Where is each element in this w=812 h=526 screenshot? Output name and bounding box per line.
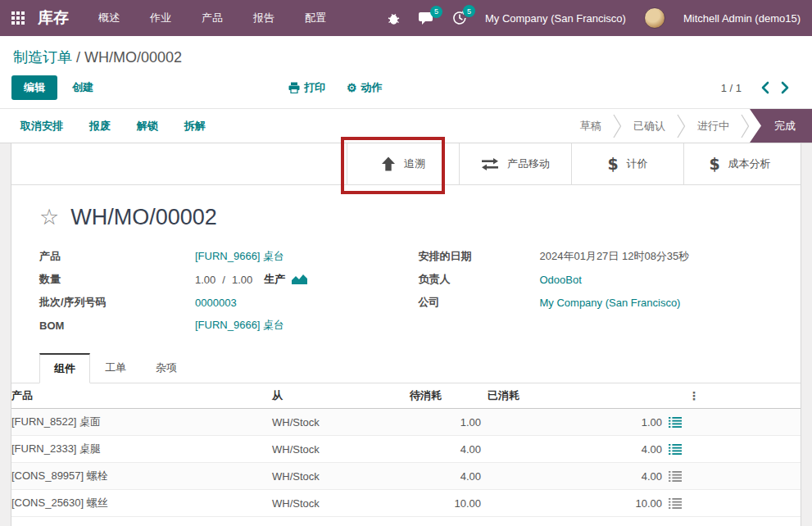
statusbar-action-button[interactable]: 解锁 xyxy=(137,119,158,134)
statusbar-action-button[interactable]: 取消安排 xyxy=(20,119,63,134)
status-stage[interactable]: 完成 xyxy=(750,109,812,143)
cell-product[interactable]: [CONS_25630] 螺丝 xyxy=(11,490,272,517)
cell-consumed[interactable]: 4.00 xyxy=(642,443,662,456)
messages-icon[interactable]: 5 xyxy=(419,11,434,25)
pager-next-icon[interactable] xyxy=(781,81,789,94)
company-switcher[interactable]: My Company (San Francisco) xyxy=(485,12,626,25)
control-panel: 制造订单 / WH/MO/00002 编辑 创建 打印 ⚙ 动作 1 / 1 xyxy=(0,36,812,109)
notebook-tab[interactable]: 组件 xyxy=(39,353,90,383)
statusbar-action-button[interactable]: 报废 xyxy=(89,119,111,134)
breadcrumb-parent[interactable]: 制造订单 xyxy=(13,49,72,66)
print-button[interactable]: 打印 xyxy=(288,80,325,95)
cell-to-consume[interactable]: 1.00 xyxy=(410,409,488,436)
top-navbar: 库存 概述 作业 产品 报告 配置 5 5 My Company (San Fr… xyxy=(0,0,812,36)
menu-item[interactable]: 作业 xyxy=(150,11,171,25)
gear-icon: ⚙ xyxy=(347,82,357,93)
lot-link[interactable]: 0000003 xyxy=(195,297,237,309)
stage-chevron-icon xyxy=(677,112,686,140)
cost-analysis-button[interactable]: $ 成本分析 xyxy=(683,143,796,184)
status-stage[interactable]: 草稿 xyxy=(569,109,622,143)
main-menu: 概述 作业 产品 报告 配置 xyxy=(98,11,326,25)
table-header-row: 产品 从 待消耗 已消耗 ⋮ xyxy=(11,383,801,409)
bom-link[interactable]: [FURN_9666] 桌台 xyxy=(195,318,284,333)
edit-button[interactable]: 编辑 xyxy=(11,75,57,100)
cell-from[interactable]: WH/Stock xyxy=(272,490,410,517)
field-bom: BOM [FURN_9666] 桌台 xyxy=(39,314,394,337)
breadcrumb: 制造订单 / WH/MO/00002 xyxy=(0,44,812,74)
app-name[interactable]: 库存 xyxy=(38,7,69,29)
cell-from[interactable]: WH/Stock xyxy=(272,409,410,436)
forecast-chart-icon[interactable] xyxy=(292,274,308,285)
quantity-done: 1.00 xyxy=(195,274,215,286)
component-row[interactable]: [CONS_89957] 螺栓 WH/Stock 4.00 4.00 xyxy=(11,463,801,490)
produce-label[interactable]: 生产 xyxy=(264,272,285,287)
activities-clock-icon[interactable]: 5 xyxy=(452,11,467,25)
cell-consumed[interactable]: 1.00 xyxy=(642,416,662,429)
exchange-icon xyxy=(481,158,499,170)
column-header-to-consume[interactable]: 待消耗 xyxy=(410,383,488,409)
optional-columns-icon[interactable]: ⋮ xyxy=(688,389,700,402)
create-button[interactable]: 创建 xyxy=(72,80,93,95)
cell-from[interactable]: WH/Stock xyxy=(272,463,410,490)
cell-product[interactable]: [FURN_8522] 桌面 xyxy=(11,409,272,436)
notebook-tab[interactable]: 工单 xyxy=(90,353,141,383)
favorite-star-icon[interactable]: ☆ xyxy=(39,206,59,229)
apps-grid-icon[interactable] xyxy=(11,11,25,25)
traceability-button[interactable]: 追溯 xyxy=(347,143,459,184)
cell-product[interactable]: [FURN_2333] 桌腿 xyxy=(11,436,272,463)
field-quantity: 数量 1.00 / 1.00 生产 xyxy=(39,268,394,291)
company-link[interactable]: My Company (San Francisco) xyxy=(540,297,681,309)
user-avatar[interactable] xyxy=(644,7,665,29)
dollar-icon: $ xyxy=(709,155,719,173)
pager-value: 1 / 1 xyxy=(721,82,742,94)
cell-to-consume[interactable]: 4.00 xyxy=(410,463,488,490)
product-moves-button[interactable]: 产品移动 xyxy=(459,143,571,184)
cell-from[interactable]: WH/Stock xyxy=(272,436,410,463)
cell-consumed[interactable]: 4.00 xyxy=(642,470,662,483)
status-stage[interactable]: 已确认 xyxy=(622,109,686,143)
column-header-consumed[interactable]: 已消耗 xyxy=(488,383,688,409)
printer-icon xyxy=(288,82,300,93)
statusbar: 取消安排 报废 解锁 拆解 草稿 已确认 进行中 完成 xyxy=(0,109,812,143)
component-row[interactable]: [FURN_8522] 桌面 WH/Stock 1.00 1.00 xyxy=(11,409,801,436)
column-header-from[interactable]: 从 xyxy=(272,383,410,409)
field-lot: 批次/序列号码 0000003 xyxy=(39,291,394,314)
component-row[interactable]: [CONS_25630] 螺丝 WH/Stock 10.00 10.00 xyxy=(11,490,801,517)
debug-bug-icon[interactable] xyxy=(387,11,401,25)
statusbar-actions: 取消安排 报废 解锁 拆解 xyxy=(0,109,206,143)
move-lines-list-icon[interactable] xyxy=(669,444,682,455)
quantity-total: 1.00 xyxy=(232,274,252,286)
cell-product[interactable]: [CONS_89957] 螺栓 xyxy=(11,463,272,490)
breadcrumb-separator: / xyxy=(76,49,80,66)
pager-previous-icon[interactable] xyxy=(761,81,769,94)
column-header-product[interactable]: 产品 xyxy=(11,383,272,409)
status-stage[interactable]: 进行中 xyxy=(686,109,750,143)
user-menu[interactable]: Mitchell Admin (demo15) xyxy=(683,12,801,25)
smart-button-box: 追溯 产品移动 $ 计价 $ 成本分析 xyxy=(11,143,801,185)
menu-item[interactable]: 产品 xyxy=(202,11,223,25)
product-link[interactable]: [FURN_9666] 桌台 xyxy=(195,249,284,264)
field-group: 产品 [FURN_9666] 桌台 数量 1.00 / 1.00 生产 xyxy=(39,245,773,337)
notebook-tab[interactable]: 杂项 xyxy=(141,353,192,383)
cell-consumed[interactable]: 10.00 xyxy=(635,497,662,510)
menu-item[interactable]: 概述 xyxy=(98,11,120,25)
messages-badge: 5 xyxy=(430,6,442,18)
move-lines-list-icon[interactable] xyxy=(669,417,682,428)
notebook-tabs: 组件 工单 杂项 xyxy=(11,353,801,383)
menu-item[interactable]: 配置 xyxy=(305,11,326,25)
field-product: 产品 [FURN_9666] 桌台 xyxy=(39,245,394,268)
cell-to-consume[interactable]: 10.00 xyxy=(410,490,488,517)
move-lines-list-icon[interactable] xyxy=(669,471,682,482)
valuation-button[interactable]: $ 计价 xyxy=(571,143,683,184)
form-sheet: 追溯 产品移动 $ 计价 $ 成本分析 ☆ WH/MO/00002 xyxy=(11,143,801,526)
stage-chevron-icon xyxy=(613,112,622,140)
component-row[interactable]: [FURN_2333] 桌腿 WH/Stock 4.00 4.00 xyxy=(11,436,801,463)
cell-to-consume[interactable]: 4.00 xyxy=(410,436,488,463)
action-button[interactable]: ⚙ 动作 xyxy=(347,80,383,95)
field-company: 公司 My Company (San Francisco) xyxy=(419,291,773,314)
responsible-link[interactable]: OdooBot xyxy=(540,274,582,286)
menu-item[interactable]: 报告 xyxy=(253,11,274,25)
move-lines-list-icon[interactable] xyxy=(669,498,682,509)
dollar-icon: $ xyxy=(607,155,618,173)
statusbar-action-button[interactable]: 拆解 xyxy=(184,119,206,134)
